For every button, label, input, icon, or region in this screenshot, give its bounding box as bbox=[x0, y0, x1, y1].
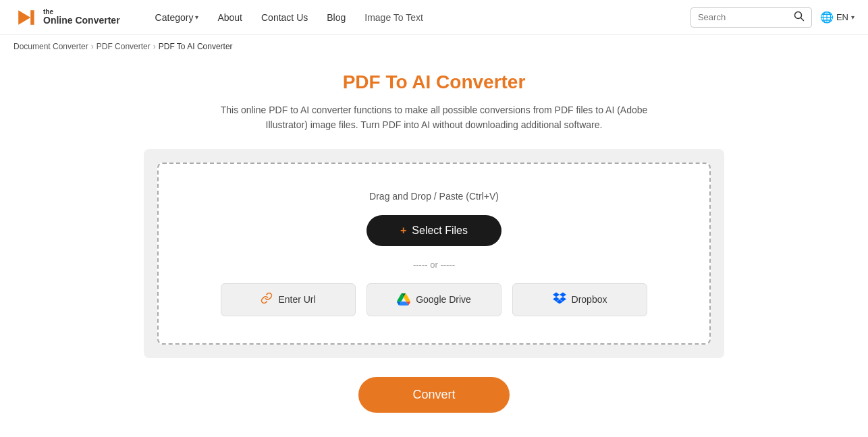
search-button[interactable] bbox=[794, 11, 805, 24]
select-files-button[interactable]: + Select Files bbox=[367, 215, 501, 246]
link-icon bbox=[261, 292, 273, 308]
lang-chevron-icon: ▾ bbox=[851, 13, 855, 21]
nav: Category ▾ About Contact Us Blog Image T… bbox=[147, 7, 690, 28]
logo[interactable]: the Online Converter bbox=[13, 5, 120, 30]
logo-main-text: Online Converter bbox=[43, 16, 120, 26]
convert-button[interactable]: Convert bbox=[358, 377, 509, 413]
or-divider: ----- or ----- bbox=[413, 260, 455, 270]
nav-item-category[interactable]: Category ▾ bbox=[147, 7, 207, 28]
logo-icon bbox=[13, 5, 38, 30]
lang-label: EN bbox=[836, 12, 848, 22]
breadcrumb-sep-1: › bbox=[91, 42, 94, 51]
enter-url-label: Enter Url bbox=[278, 294, 315, 305]
globe-icon: 🌐 bbox=[820, 11, 834, 24]
upload-box[interactable]: Drag and Drop / Paste (Ctrl+V) + Select … bbox=[157, 163, 711, 345]
breadcrumb-pdf-converter[interactable]: PDF Converter bbox=[97, 42, 151, 51]
google-drive-label: Google Drive bbox=[416, 294, 471, 305]
breadcrumb-current: PDF To AI Converter bbox=[159, 42, 233, 51]
source-buttons: Enter Url Google Drive bbox=[172, 283, 696, 316]
plus-icon: + bbox=[400, 225, 406, 237]
lang-switcher[interactable]: 🌐 EN ▾ bbox=[820, 11, 855, 24]
svg-marker-0 bbox=[18, 10, 30, 25]
svg-rect-1 bbox=[30, 10, 34, 25]
dropbox-button[interactable]: Dropbox bbox=[512, 283, 647, 316]
page-title: PDF To AI Converter bbox=[343, 71, 526, 93]
upload-container: Drag and Drop / Paste (Ctrl+V) + Select … bbox=[144, 149, 724, 358]
header: the Online Converter Category ▾ About Co… bbox=[0, 0, 868, 35]
google-drive-button[interactable]: Google Drive bbox=[367, 283, 501, 316]
chevron-down-icon: ▾ bbox=[195, 13, 198, 21]
search-icon bbox=[794, 11, 805, 22]
breadcrumb-sep-2: › bbox=[153, 42, 156, 51]
dropbox-icon bbox=[553, 292, 566, 308]
nav-item-image-text[interactable]: Image To Text bbox=[356, 7, 431, 28]
page-description: This online PDF to AI converter function… bbox=[205, 103, 663, 133]
breadcrumb: Document Converter › PDF Converter › PDF… bbox=[0, 35, 868, 58]
select-files-label: Select Files bbox=[412, 225, 468, 237]
search-area bbox=[690, 7, 812, 28]
search-input[interactable] bbox=[698, 12, 790, 22]
main-content: PDF To AI Converter This online PDF to A… bbox=[0, 58, 868, 437]
nav-item-blog[interactable]: Blog bbox=[319, 7, 354, 28]
dropbox-label: Dropbox bbox=[572, 294, 607, 305]
breadcrumb-doc-converter[interactable]: Document Converter bbox=[13, 42, 88, 51]
nav-item-about[interactable]: About bbox=[209, 7, 250, 28]
google-drive-icon bbox=[397, 293, 410, 305]
drag-drop-text: Drag and Drop / Paste (Ctrl+V) bbox=[369, 191, 499, 202]
enter-url-button[interactable]: Enter Url bbox=[221, 283, 356, 316]
svg-line-3 bbox=[801, 18, 803, 20]
nav-item-contact[interactable]: Contact Us bbox=[253, 7, 316, 28]
